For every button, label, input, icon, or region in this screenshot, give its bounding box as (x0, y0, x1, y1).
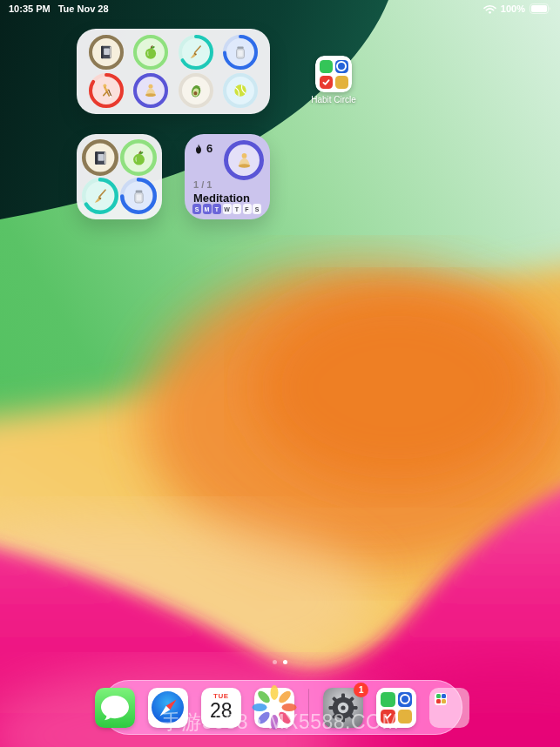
photos-app-icon[interactable] (254, 688, 294, 728)
broom-habit-ring[interactable] (82, 178, 118, 214)
mini-habit-circle-icon (435, 693, 447, 705)
day-pill-m: M (203, 204, 212, 214)
jar-habit-ring[interactable] (223, 35, 258, 70)
tennis-icon (232, 82, 249, 99)
status-bar: 10:35 PM Tue Nov 28 100% (0, 0, 560, 17)
safari-app-icon[interactable] (148, 688, 188, 728)
status-time: 10:35 PM (9, 3, 51, 14)
tile-yellow (398, 710, 413, 723)
tile-red-check (381, 710, 395, 723)
avocado-habit-ring[interactable] (179, 73, 213, 108)
book-icon (91, 149, 110, 167)
day-pill-f: F (243, 204, 252, 214)
page-dot-inactive[interactable] (273, 660, 277, 664)
day-pill-t: T (233, 204, 241, 214)
meditation-progress-label: 1 / 1 (193, 179, 212, 190)
notification-badge: 1 (354, 683, 368, 697)
battery-icon (530, 3, 551, 14)
dock: TUE 28 (102, 680, 462, 735)
habit-widget-small[interactable] (77, 134, 162, 219)
day-pill-w: W (223, 204, 232, 214)
settings-app-icon[interactable]: 1 (323, 688, 363, 728)
photos-flower-icon (254, 688, 294, 728)
apple-icon (142, 44, 159, 61)
habit-circle-dock-icon[interactable] (376, 688, 416, 728)
compass-icon (152, 691, 184, 723)
habit-widget-large[interactable] (77, 29, 270, 114)
meditate-habit-ring[interactable] (224, 140, 264, 180)
flame-icon (193, 143, 204, 155)
broom-icon (91, 187, 110, 205)
messages-app-icon[interactable] (95, 688, 135, 728)
page-dot-active[interactable] (283, 660, 287, 664)
broom-icon (187, 44, 205, 61)
meditate-icon (234, 151, 254, 171)
day-pill-t: T (213, 204, 221, 214)
tile-yellow (335, 76, 348, 89)
meditation-progress-ring[interactable] (224, 140, 264, 180)
hockey-icon (98, 82, 115, 99)
apple-icon (130, 149, 148, 167)
tile-green (381, 692, 395, 707)
calendar-day: 28 (210, 700, 233, 721)
broom-habit-ring[interactable] (179, 35, 213, 70)
meditation-title: Meditation (193, 192, 250, 205)
streak-count: 6 (206, 142, 213, 155)
jar-icon (130, 187, 148, 205)
apple-habit-ring[interactable] (133, 35, 168, 70)
speech-bubble-icon (95, 688, 135, 728)
tennis-habit-ring[interactable] (223, 73, 258, 108)
tile-blue-ring (335, 60, 348, 74)
tile-blue-ring (398, 692, 413, 707)
dock-divider (308, 689, 310, 727)
book-habit-ring[interactable] (89, 35, 124, 70)
habit-circle-app-label: Habit Circle (299, 95, 368, 104)
wifi-icon (483, 4, 496, 14)
calendar-app-icon[interactable]: TUE 28 (201, 688, 241, 728)
wallpaper (0, 0, 560, 747)
tile-green (320, 60, 333, 74)
day-pill-s: S (253, 204, 261, 214)
day-pill-s: S (192, 204, 201, 214)
jar-icon (232, 44, 249, 61)
dock-folder[interactable] (429, 688, 469, 728)
book-icon (98, 44, 115, 61)
avocado-icon (187, 82, 205, 99)
habit-circle-app-icon (315, 56, 352, 92)
jar-habit-ring[interactable] (120, 178, 157, 214)
hockey-habit-ring[interactable] (89, 73, 124, 108)
weekday-strip: SMTWTFS (192, 204, 261, 214)
habit-circle-app[interactable]: Habit Circle (299, 56, 368, 104)
book-habit-ring[interactable] (82, 139, 118, 176)
tile-red-check (320, 76, 333, 89)
status-date: Tue Nov 28 (58, 3, 109, 14)
meditate-habit-ring[interactable] (133, 73, 168, 108)
apple-habit-ring[interactable] (120, 139, 157, 176)
battery-percent: 100% (501, 3, 525, 14)
meditate-icon (142, 82, 159, 99)
meditation-widget[interactable]: 6 1 / 1 Meditation SMTWTFS (185, 134, 270, 219)
habit-circle-app-icon (376, 688, 416, 728)
page-indicator[interactable] (0, 660, 560, 664)
ipad-home-screen: 10:35 PM Tue Nov 28 100% (0, 0, 560, 747)
